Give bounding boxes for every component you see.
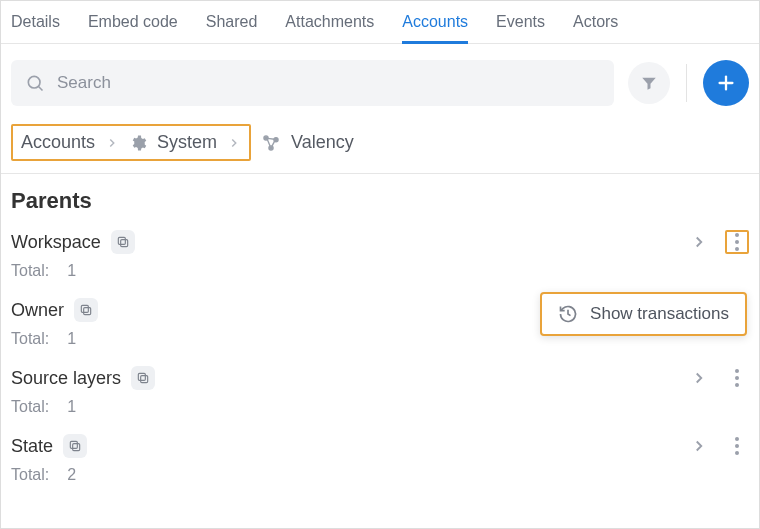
- show-transactions-popover[interactable]: Show transactions: [540, 292, 747, 336]
- breadcrumb-highlight: Accounts System: [11, 124, 251, 161]
- group-source-layers: Source layers Total: 1: [1, 360, 759, 428]
- group-state: State Total: 2: [1, 428, 759, 496]
- svg-point-0: [28, 76, 40, 88]
- group-workspace: Workspace Total: 1: [1, 224, 759, 292]
- show-transactions-label: Show transactions: [590, 304, 729, 324]
- svg-point-29: [735, 451, 739, 455]
- add-button[interactable]: [703, 60, 749, 106]
- tab-attachments[interactable]: Attachments: [285, 9, 374, 43]
- total-value: 1: [67, 330, 76, 348]
- svg-point-24: [735, 383, 739, 387]
- total-label: Total:: [11, 398, 49, 416]
- expand-button[interactable]: [687, 230, 711, 254]
- svg-line-9: [268, 138, 275, 139]
- total-line: Total: 1: [11, 262, 749, 280]
- group-name: Source layers: [11, 368, 121, 389]
- filter-icon: [640, 74, 658, 92]
- svg-line-1: [39, 87, 43, 91]
- stack-icon: [74, 298, 98, 322]
- section-title-parents: Parents: [1, 174, 759, 224]
- svg-line-7: [267, 139, 270, 146]
- total-line: Total: 2: [11, 466, 749, 484]
- tab-shared[interactable]: Shared: [206, 9, 258, 43]
- search-box[interactable]: [11, 60, 614, 106]
- svg-rect-25: [70, 441, 77, 448]
- total-label: Total:: [11, 466, 49, 484]
- stack-icon: [63, 434, 87, 458]
- total-value: 2: [67, 466, 76, 484]
- chevron-right-icon: [227, 136, 241, 150]
- group-name: Owner: [11, 300, 64, 321]
- more-button[interactable]: [725, 230, 749, 254]
- total-label: Total:: [11, 330, 49, 348]
- tab-actors[interactable]: Actors: [573, 9, 618, 43]
- filter-button[interactable]: [628, 62, 670, 104]
- tab-events[interactable]: Events: [496, 9, 545, 43]
- total-value: 1: [67, 262, 76, 280]
- svg-rect-20: [138, 373, 145, 380]
- breadcrumb-accounts[interactable]: Accounts: [21, 132, 95, 153]
- svg-rect-10: [118, 237, 125, 244]
- tabs-bar: Details Embed code Shared Attachments Ac…: [1, 1, 759, 44]
- svg-point-23: [735, 376, 739, 380]
- history-icon: [558, 304, 578, 324]
- gear-icon: [129, 134, 147, 152]
- group-header: State: [11, 434, 749, 458]
- toolbar-divider: [686, 64, 687, 102]
- breadcrumb-trailing: Valency: [261, 132, 354, 153]
- plus-icon: [715, 72, 737, 94]
- group-header: Source layers: [11, 366, 749, 390]
- svg-rect-11: [120, 240, 127, 247]
- breadcrumb: Accounts System Valency: [1, 118, 759, 174]
- stack-icon: [111, 230, 135, 254]
- tab-embed-code[interactable]: Embed code: [88, 9, 178, 43]
- chevron-right-icon: [105, 136, 119, 150]
- total-value: 1: [67, 398, 76, 416]
- expand-button[interactable]: [687, 366, 711, 390]
- group-name: Workspace: [11, 232, 101, 253]
- svg-point-28: [735, 444, 739, 448]
- total-label: Total:: [11, 262, 49, 280]
- toolbar: [1, 44, 759, 118]
- svg-point-13: [735, 240, 739, 244]
- breadcrumb-system[interactable]: System: [157, 132, 217, 153]
- group-name: State: [11, 436, 53, 457]
- svg-point-12: [735, 233, 739, 237]
- tab-accounts[interactable]: Accounts: [402, 9, 468, 44]
- valency-icon: [261, 133, 281, 153]
- more-button[interactable]: [725, 434, 749, 458]
- total-line: Total: 1: [11, 398, 749, 416]
- breadcrumb-valency[interactable]: Valency: [291, 132, 354, 153]
- svg-point-14: [735, 247, 739, 251]
- group-header: Workspace: [11, 230, 749, 254]
- search-input[interactable]: [57, 73, 600, 93]
- svg-rect-21: [141, 376, 148, 383]
- svg-line-8: [272, 140, 275, 145]
- svg-point-22: [735, 369, 739, 373]
- svg-rect-15: [81, 305, 88, 312]
- stack-icon: [131, 366, 155, 390]
- svg-rect-16: [84, 308, 91, 315]
- svg-rect-26: [73, 444, 80, 451]
- more-button[interactable]: [725, 366, 749, 390]
- tab-details[interactable]: Details: [11, 9, 60, 43]
- expand-button[interactable]: [687, 434, 711, 458]
- search-icon: [25, 73, 45, 93]
- svg-point-27: [735, 437, 739, 441]
